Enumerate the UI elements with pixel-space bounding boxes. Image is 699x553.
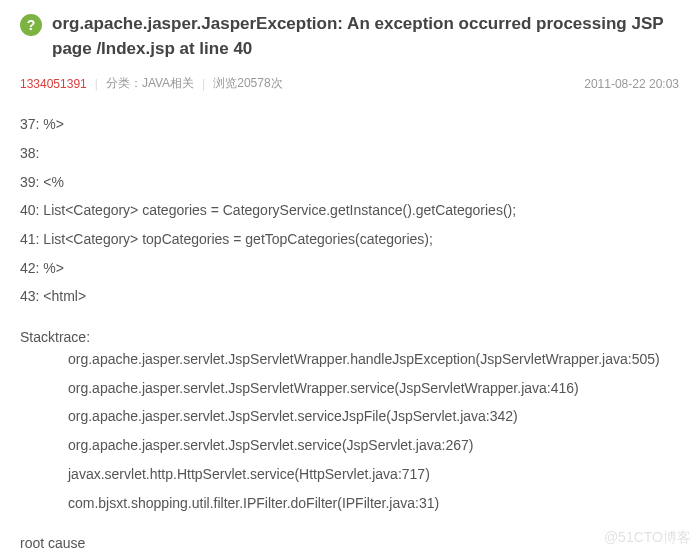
category-value: JAVA相关 [142, 75, 194, 92]
question-icon: ? [20, 14, 42, 36]
code-line: 42: %> [20, 254, 679, 283]
code-line: 40: List<Category> categories = Category… [20, 196, 679, 225]
code-block: 37: %> 38: 39: <% 40: List<Category> cat… [20, 110, 679, 311]
stack-line: org.apache.jasper.servlet.JspServlet.ser… [20, 402, 679, 431]
views-count: 浏览20578次 [213, 75, 282, 92]
stack-line: javax.servlet.http.HttpServlet.service(H… [20, 460, 679, 489]
code-line: 39: <% [20, 168, 679, 197]
code-line: 38: [20, 139, 679, 168]
stacktrace-label: Stacktrace: [20, 329, 679, 345]
code-line: 37: %> [20, 110, 679, 139]
category-label: 分类： [106, 75, 142, 92]
stack-line: org.apache.jasper.servlet.JspServlet.ser… [20, 431, 679, 460]
stack-line: com.bjsxt.shopping.util.filter.IPFilter.… [20, 489, 679, 518]
author-link[interactable]: 1334051391 [20, 77, 87, 91]
meta-separator: | [202, 77, 205, 91]
stack-line-wrap: org.apache.jasper.servlet.JspServletWrap… [20, 345, 679, 374]
meta-row: 1334051391 | 分类： JAVA相关 | 浏览20578次 2011-… [20, 75, 679, 92]
header-row: ? org.apache.jasper.JasperException: An … [20, 12, 679, 61]
root-cause-label: root cause [20, 535, 679, 551]
code-line: 43: <html> [20, 282, 679, 311]
stack-line: org.apache.jasper.servlet.JspServletWrap… [20, 374, 679, 403]
meta-separator: | [95, 77, 98, 91]
page-title: org.apache.jasper.JasperException: An ex… [52, 12, 679, 61]
stack-line: org.apache.jasper.servlet.JspServletWrap… [20, 351, 660, 367]
code-line: 41: List<Category> topCategories = getTo… [20, 225, 679, 254]
post-date: 2011-08-22 20:03 [584, 77, 679, 91]
